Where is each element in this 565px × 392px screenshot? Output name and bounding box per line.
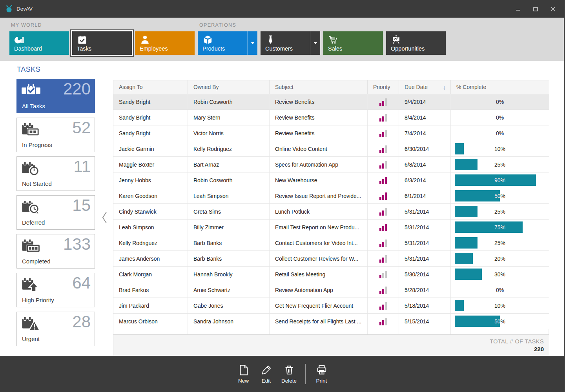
chevron-down-icon — [314, 42, 317, 44]
sidebar-tile-deferred[interactable]: 15 Deferred — [16, 195, 95, 230]
cell-owned-by: Gabe Jones — [188, 298, 270, 313]
table-row[interactable]: Brad Farkus Arnie Schwartz Review Automa… — [113, 282, 549, 298]
delete-button[interactable]: Delete — [278, 364, 301, 384]
sidebar-tile-urgent[interactable]: 28 Urgent — [16, 312, 95, 346]
cell-assign-to: Karen Goodson — [113, 188, 188, 203]
ribbon-group-my-world: MY WORLD Dashboard Tasks — [9, 21, 195, 61]
tasks-icon — [77, 34, 87, 45]
progress-track: 20% 20% — [455, 251, 545, 266]
table-row[interactable]: Jackie Garmin Kelly Rodriguez Online Vid… — [113, 141, 549, 157]
ribbon-tile-products[interactable]: Products — [198, 31, 257, 55]
cell-pct-complete: 25% 25% — [451, 204, 549, 219]
cell-priority — [368, 220, 399, 235]
cell-subject: Get New Frequent Flier Account — [270, 298, 368, 313]
sidebar-collapse-chevron[interactable] — [101, 211, 109, 225]
table-row[interactable]: Sandy Bright Robin Cosworth Review Benef… — [113, 94, 549, 110]
table-row[interactable]: James Anderson Barb Banks Collect Custom… — [113, 251, 549, 267]
progress-track: 50% 50% — [455, 314, 545, 329]
cell-priority — [368, 298, 399, 313]
cell-owned-by: Billy Zimmer — [188, 220, 270, 235]
ribbon-tile-opportunities[interactable]: Opportunities — [386, 31, 446, 55]
minimize-button[interactable] — [512, 3, 524, 15]
table-header: Assign To Owned By Subject Priority Due … — [113, 80, 549, 94]
new-button[interactable]: New — [232, 364, 255, 384]
print-button[interactable]: Print — [310, 364, 333, 384]
ribbon-tile-customers[interactable]: Customers — [261, 31, 320, 55]
ribbon-tile-sales[interactable]: Sales — [323, 31, 383, 55]
high-priority-icon — [21, 278, 41, 293]
edit-button[interactable]: Edit — [255, 364, 278, 384]
cell-owned-by: Robin Cosworth — [188, 94, 270, 109]
table-row[interactable]: Sandy Bright Mary Stern Review Benefits … — [113, 110, 549, 125]
cell-assign-to: Cindy Stanwick — [113, 204, 188, 219]
tile-label: In Progress — [22, 142, 52, 148]
sidebar-tile-completed[interactable]: 133 Completed — [16, 234, 95, 269]
tile-label: Dashboard — [14, 45, 42, 52]
cell-due-date: 5/31/2014 — [399, 220, 451, 235]
cell-subject: Collect Customer Reviews for W... — [270, 251, 368, 266]
close-button[interactable] — [547, 3, 559, 15]
table-row[interactable]: Clark Morgan Hannah Brookly Retail Sales… — [113, 267, 549, 282]
progress-track: 75% 75% — [455, 220, 545, 235]
progress-track: 25% 25% — [455, 204, 545, 219]
maximize-button[interactable] — [530, 3, 541, 15]
cell-pct-complete: 0% 0% — [451, 94, 549, 109]
tile-label: Urgent — [22, 336, 40, 342]
products-dropdown[interactable] — [247, 31, 257, 55]
cell-due-date: 6/3/2014 — [399, 172, 451, 188]
new-button-label: New — [238, 378, 249, 384]
cell-subject: Retail Sales Meeting — [270, 267, 368, 282]
sidebar-tile-not-started[interactable]: 11 Not Started — [16, 156, 95, 191]
customers-dropdown[interactable] — [310, 31, 320, 55]
ribbon-tile-tasks[interactable]: Tasks — [72, 31, 132, 55]
ribbon-tile-dashboard[interactable]: Dashboard — [9, 31, 69, 55]
column-header-priority[interactable]: Priority — [368, 80, 399, 94]
progress-label-inverse: 90% — [455, 172, 536, 188]
cell-due-date: 7/4/2014 — [399, 125, 451, 141]
cell-pct-complete: 50% 50% — [451, 188, 549, 203]
table-row[interactable]: Maggie Boxter Bart Arnaz Specs for Autom… — [113, 157, 549, 172]
cell-owned-by: Victor Norris — [188, 125, 270, 141]
priority-bars-icon — [379, 239, 387, 247]
column-header-assign-to[interactable]: Assign To — [113, 80, 188, 94]
in-progress-icon — [21, 122, 41, 138]
progress-label-inverse: 50% — [455, 314, 500, 329]
progress-label-inverse: 25% — [455, 157, 478, 172]
cell-priority — [368, 172, 399, 188]
table-row[interactable]: Marcus Orbison Sandra Johnson Send Recei… — [113, 314, 549, 329]
table-row[interactable]: Jenny Hobbs Robin Cosworth New Warehours… — [113, 172, 549, 188]
sidebar-tile-high-priority[interactable]: 64 High Priority — [16, 273, 95, 307]
table-row[interactable]: Sandy Bright Victor Norris Review Benefi… — [113, 125, 549, 141]
cell-owned-by: Sandra Johnson — [188, 314, 270, 329]
table-row[interactable]: Cindy Stanwick Greta Sims Lunch Potluck … — [113, 204, 549, 220]
tile-count: 64 — [72, 275, 91, 291]
ribbon-tile-employees[interactable]: Employees — [135, 31, 195, 55]
cell-pct-complete: 0% 0% — [451, 125, 549, 141]
column-header-subject[interactable]: Subject — [270, 80, 368, 94]
table-row[interactable]: Leah Simpson Billy Zimmer Email Test Rep… — [113, 220, 549, 235]
progress-label-inverse: 25% — [455, 235, 478, 250]
sidebar-tile-in-progress[interactable]: 52 In Progress — [16, 118, 95, 152]
customers-icon — [265, 34, 276, 45]
cell-owned-by: Mary Stern — [188, 110, 270, 125]
tile-label: All Tasks — [22, 103, 45, 109]
table-row[interactable]: Kelly Rodriguez Barb Banks Contact Custo… — [113, 235, 549, 251]
cell-pct-complete: 20% 20% — [451, 251, 549, 266]
progress-label-inverse: 20% — [455, 251, 473, 266]
table-row[interactable]: Karen Goodson Leah Simpson Review Issue … — [113, 188, 549, 204]
column-header-owned-by[interactable]: Owned By — [188, 80, 270, 94]
cell-priority — [368, 125, 399, 141]
table-row[interactable]: Jim Packard Gabe Jones Get New Frequent … — [113, 298, 549, 314]
cell-assign-to: Jim Packard — [113, 298, 188, 313]
sidebar-tile-all-tasks[interactable]: 220 All Tasks — [16, 79, 95, 113]
priority-bars-icon — [379, 270, 387, 278]
column-header-due-date[interactable]: Due Date ↓ — [399, 80, 451, 94]
cell-due-date: 9/4/2014 — [399, 94, 451, 109]
task-filter-tiles: 220 All Tasks 52 In Progress 11 Not Star… — [16, 79, 95, 350]
tile-count: 11 — [73, 158, 91, 175]
tile-label: Customers — [265, 45, 293, 52]
progress-label-inverse: 75% — [455, 220, 523, 235]
cell-due-date: 5/30/2014 — [399, 267, 451, 282]
column-header-pct-complete[interactable]: % Complete — [451, 80, 549, 94]
cell-assign-to: Sandy Bright — [113, 110, 188, 125]
